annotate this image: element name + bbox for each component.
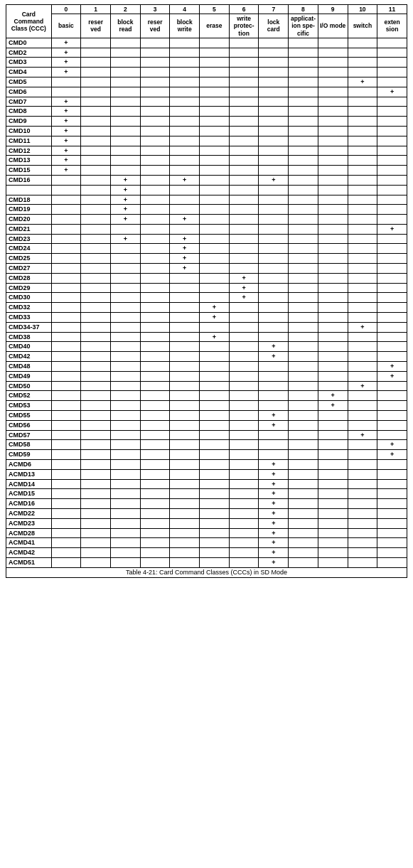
data-cell-col1: [81, 234, 111, 244]
cmd-cell: CMD32: [6, 303, 52, 313]
data-cell-col8: [289, 430, 318, 440]
data-cell-col7: [259, 117, 289, 127]
table-row: CMD57+: [6, 430, 407, 440]
data-cell-col11: [377, 313, 407, 323]
data-cell-col10: [348, 273, 377, 283]
data-cell-col7: +: [259, 557, 289, 567]
data-cell-col10: [348, 420, 377, 430]
data-cell-col10: +: [348, 77, 377, 87]
data-cell-col10: [348, 156, 377, 166]
data-cell-col0: [51, 77, 81, 87]
table-row: ACMD41+: [6, 538, 407, 548]
data-cell-col4: +: [170, 244, 200, 254]
data-cell-col1: [81, 215, 111, 225]
data-cell-col1: [81, 411, 111, 421]
data-cell-col10: [348, 224, 377, 234]
data-cell-col7: [259, 430, 289, 440]
cmd-cell: CMD7: [6, 97, 52, 107]
data-cell-col1: [81, 440, 111, 450]
data-cell-col4: [170, 352, 200, 362]
data-cell-col9: [318, 450, 348, 460]
data-cell-col6: [229, 499, 259, 509]
data-cell-col6: +: [229, 283, 259, 293]
data-cell-col11: [377, 264, 407, 274]
data-cell-col10: [348, 332, 377, 342]
data-cell-col5: [200, 38, 230, 48]
cmd-cell: CMD6: [6, 87, 52, 97]
data-cell-col3: [140, 401, 170, 411]
data-cell-col8: [289, 185, 318, 195]
data-cell-col0: [51, 352, 81, 362]
table-row: ACMD42+: [6, 548, 407, 558]
data-cell-col4: [170, 420, 200, 430]
data-cell-col9: [318, 185, 348, 195]
header-col11: 11: [377, 5, 407, 14]
data-cell-col1: [81, 528, 111, 538]
data-cell-col10: [348, 401, 377, 411]
data-cell-col6: [229, 264, 259, 274]
data-cell-col0: [51, 528, 81, 538]
data-cell-col5: [200, 381, 230, 391]
data-cell-col11: [377, 352, 407, 362]
data-cell-col11: [377, 166, 407, 176]
data-cell-col6: [229, 538, 259, 548]
data-cell-col0: +: [51, 68, 81, 77]
data-cell-col11: [377, 538, 407, 548]
data-cell-col10: [348, 87, 377, 97]
data-cell-col11: [377, 283, 407, 293]
data-cell-col2: +: [111, 185, 141, 195]
data-cell-col11: [377, 97, 407, 107]
table-row: CMD3+: [6, 58, 407, 68]
table-row: CMD30+: [6, 293, 407, 303]
data-cell-col8: [289, 362, 318, 372]
data-cell-col2: [111, 136, 141, 146]
label-col9: I/O mode: [318, 14, 348, 38]
label-col5: erase: [200, 14, 230, 38]
data-cell-col4: [170, 87, 200, 97]
data-cell-col2: [111, 156, 141, 166]
data-cell-col0: [51, 175, 81, 185]
data-cell-col11: [377, 117, 407, 127]
data-cell-col2: [111, 411, 141, 421]
data-cell-col2: [111, 440, 141, 450]
data-cell-col5: [200, 195, 230, 205]
data-cell-col8: [289, 283, 318, 293]
cmd-cell: CMD59: [6, 450, 52, 460]
data-cell-col3: [140, 48, 170, 58]
data-cell-col1: [81, 97, 111, 107]
data-cell-col7: [259, 244, 289, 254]
data-cell-col2: [111, 499, 141, 509]
label-col11: exten sion: [377, 14, 407, 38]
cmd-cell: CMD20: [6, 215, 52, 225]
header-col8: 8: [289, 5, 318, 14]
data-cell-col4: [170, 146, 200, 156]
data-cell-col7: [259, 185, 289, 195]
data-cell-col7: +: [259, 509, 289, 519]
table-caption: Table 4-21: Card Command Classes (CCCs) …: [6, 567, 407, 577]
cmd-cell: ACMD23: [6, 518, 52, 528]
data-cell-col5: [200, 264, 230, 274]
data-cell-col2: [111, 38, 141, 48]
data-cell-col9: [318, 175, 348, 185]
data-cell-col11: [377, 107, 407, 117]
header-col3: 3: [140, 5, 170, 14]
data-cell-col3: [140, 107, 170, 117]
data-cell-col1: [81, 401, 111, 411]
data-cell-col3: [140, 195, 170, 205]
data-cell-col1: [81, 469, 111, 479]
data-cell-col8: [289, 391, 318, 401]
data-cell-col7: [259, 58, 289, 68]
data-cell-col7: +: [259, 420, 289, 430]
data-cell-col2: [111, 381, 141, 391]
table-row: CMD29+: [6, 283, 407, 293]
data-cell-col1: [81, 117, 111, 127]
data-cell-col1: [81, 283, 111, 293]
table-row: ACMD16+: [6, 499, 407, 509]
data-cell-col10: [348, 538, 377, 548]
data-cell-col11: +: [377, 440, 407, 450]
data-cell-col5: [200, 548, 230, 558]
table-row: CMD18+: [6, 195, 407, 205]
data-cell-col8: [289, 107, 318, 117]
table-row: ACMD15+: [6, 489, 407, 499]
data-cell-col11: [377, 175, 407, 185]
